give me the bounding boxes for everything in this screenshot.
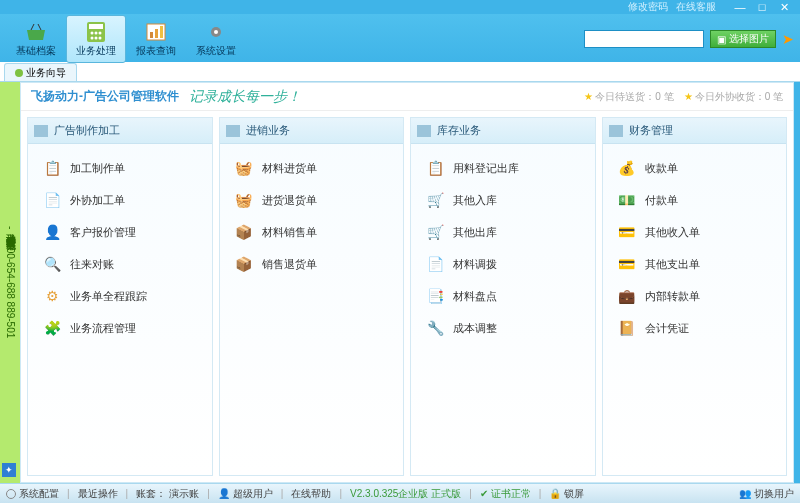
search-input[interactable] [584, 30, 704, 48]
folder-icon [34, 125, 48, 137]
item-icon: 📑 [425, 286, 445, 306]
panel-进销业务: 进销业务🧺材料进货单🧺进货退货单📦材料销售单📦销售退货单 [219, 117, 405, 476]
item-icon: 📄 [42, 190, 62, 210]
panel-body: 💰收款单💵付款单💳其他收入单💳其他支出单💼内部转款单📔会计凭证 [603, 144, 787, 352]
brand-logo-icon: ✦ [2, 463, 16, 477]
today-stats: 今日待送货：0 笔 今日外协收货：0 笔 [584, 90, 783, 104]
menu-item[interactable]: 🧺材料进货单 [226, 152, 398, 184]
menu-item[interactable]: 📦销售退货单 [226, 248, 398, 280]
panel-库存业务: 库存业务📋用料登记出库🛒其他入库🛒其他出库📄材料调拨📑材料盘点🔧成本调整 [410, 117, 596, 476]
item-label: 付款单 [645, 193, 678, 208]
menu-item[interactable]: 📔会计凭证 [609, 312, 781, 344]
item-icon: 👤 [42, 222, 62, 242]
titlebar: 修改密码 在线客服 — □ ✕ [0, 0, 800, 14]
online-service-link[interactable]: 在线客服 [676, 0, 716, 14]
folder-icon [417, 125, 431, 137]
lock-screen-button[interactable]: 🔒锁屏 [549, 487, 584, 501]
online-help-button[interactable]: 在线帮助 [291, 487, 331, 501]
menu-item[interactable]: 🧩业务流程管理 [34, 312, 206, 344]
menu-item[interactable]: 🛒其他入库 [417, 184, 589, 216]
panel-title: 财务管理 [629, 123, 673, 138]
toolbar-report-button[interactable]: 报表查询 [126, 15, 186, 63]
menu-item[interactable]: 📑材料盘点 [417, 280, 589, 312]
toolbar-basket-button[interactable]: 基础档案 [6, 15, 66, 63]
item-icon: 💳 [617, 254, 637, 274]
panel-广告制作加工: 广告制作加工📋加工制作单📄外协加工单👤客户报价管理🔍往来对账⚙业务单全程跟踪🧩业… [27, 117, 213, 476]
svg-rect-1 [89, 24, 103, 29]
item-icon: 🔍 [42, 254, 62, 274]
menu-item[interactable]: 💰收款单 [609, 152, 781, 184]
account-info: 账套：演示账 [136, 487, 199, 501]
menu-item[interactable]: 🧺进货退货单 [226, 184, 398, 216]
menu-item[interactable]: ⚙业务单全程跟踪 [34, 280, 206, 312]
panel-header: 广告制作加工 [28, 118, 212, 144]
menu-item[interactable]: 💼内部转款单 [609, 280, 781, 312]
menu-item[interactable]: 📄材料调拨 [417, 248, 589, 280]
maximize-button[interactable]: □ [754, 1, 770, 13]
toolbar-gear-button[interactable]: 系统设置 [186, 15, 246, 63]
basket-icon [22, 20, 50, 44]
svg-point-6 [95, 37, 98, 40]
sys-config-button[interactable]: 系统配置 [6, 487, 59, 501]
menu-item[interactable]: 👤客户报价管理 [34, 216, 206, 248]
tab-business-guide[interactable]: 业务向导 [4, 63, 77, 81]
left-info-strip: 飞扬动力-广告公司管理软件 服务电话：400-654-688 889-501 ✦ [0, 82, 20, 483]
menu-item[interactable]: 📋用料登记出库 [417, 152, 589, 184]
menu-item[interactable]: 📋加工制作单 [34, 152, 206, 184]
menu-item[interactable]: 📄外协加工单 [34, 184, 206, 216]
svg-rect-9 [150, 32, 153, 38]
item-icon: 💼 [617, 286, 637, 306]
menu-item[interactable]: 🔧成本调整 [417, 312, 589, 344]
switch-user-button[interactable]: 👥切换用户 [739, 487, 794, 501]
item-label: 加工制作单 [70, 161, 125, 176]
folder-icon [609, 125, 623, 137]
send-icon[interactable]: ➤ [782, 31, 794, 47]
item-label: 会计凭证 [645, 321, 689, 336]
item-icon: 💰 [617, 158, 637, 178]
select-picture-button[interactable]: ▣选择图片 [710, 30, 776, 48]
item-label: 材料销售单 [262, 225, 317, 240]
brand-title: 飞扬动力-广告公司管理软件 [31, 88, 179, 105]
svg-point-13 [214, 30, 218, 34]
change-password-link[interactable]: 修改密码 [628, 0, 668, 14]
window-controls: — □ ✕ [732, 1, 792, 13]
panel-body: 🧺材料进货单🧺进货退货单📦材料销售单📦销售退货单 [220, 144, 404, 288]
item-label: 客户报价管理 [70, 225, 136, 240]
tab-label: 业务向导 [26, 66, 66, 80]
menu-item[interactable]: 💵付款单 [609, 184, 781, 216]
menu-item[interactable]: 💳其他支出单 [609, 248, 781, 280]
item-icon: 🛒 [425, 222, 445, 242]
close-button[interactable]: ✕ [776, 1, 792, 13]
menu-item[interactable]: 🛒其他出库 [417, 216, 589, 248]
item-label: 用料登记出库 [453, 161, 519, 176]
item-icon: 🧩 [42, 318, 62, 338]
content-area: 飞扬动力-广告公司管理软件 记录成长每一步！ 今日待送货：0 笔 今日外协收货：… [20, 82, 794, 483]
svg-point-7 [99, 37, 102, 40]
item-label: 内部转款单 [645, 289, 700, 304]
toolbar-label: 报表查询 [136, 44, 176, 58]
panels-row: 广告制作加工📋加工制作单📄外协加工单👤客户报价管理🔍往来对账⚙业务单全程跟踪🧩业… [21, 111, 793, 482]
status-bar: 系统配置 | 最近操作 | 账套：演示账 | 👤超级用户 | 在线帮助 | V2… [0, 483, 800, 503]
gear-icon [202, 20, 230, 44]
toolbar-calculator-button[interactable]: 业务处理 [66, 15, 126, 63]
menu-item[interactable]: 💳其他收入单 [609, 216, 781, 248]
menu-item[interactable]: 🔍往来对账 [34, 248, 206, 280]
svg-rect-11 [160, 26, 163, 38]
item-icon: 📔 [617, 318, 637, 338]
item-label: 材料进货单 [262, 161, 317, 176]
recent-op-button[interactable]: 最近操作 [78, 487, 118, 501]
item-label: 外协加工单 [70, 193, 125, 208]
item-icon: 📋 [42, 158, 62, 178]
item-icon: 📦 [234, 254, 254, 274]
picture-icon: ▣ [717, 34, 726, 45]
svg-point-3 [95, 32, 98, 35]
panel-body: 📋用料登记出库🛒其他入库🛒其他出库📄材料调拨📑材料盘点🔧成本调整 [411, 144, 595, 352]
main-toolbar: 基础档案业务处理报表查询系统设置▣选择图片➤ [0, 14, 800, 62]
item-label: 材料调拨 [453, 257, 497, 272]
panel-body: 📋加工制作单📄外协加工单👤客户报价管理🔍往来对账⚙业务单全程跟踪🧩业务流程管理 [28, 144, 212, 352]
slogan-text: 记录成长每一步！ [189, 88, 301, 106]
item-label: 进货退货单 [262, 193, 317, 208]
folder-icon [226, 125, 240, 137]
minimize-button[interactable]: — [732, 1, 748, 13]
menu-item[interactable]: 📦材料销售单 [226, 216, 398, 248]
